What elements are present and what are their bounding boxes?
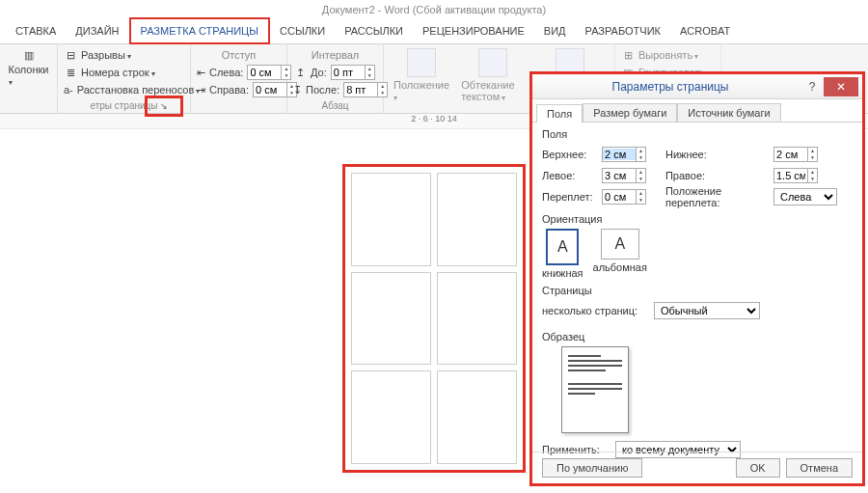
preview-thumbnail [561, 346, 629, 433]
dialog-help-button[interactable]: ? [800, 80, 824, 94]
page-setup-dialog-launcher[interactable]: ↘ [145, 96, 183, 117]
dialog-tabs: Поля Размер бумаги Источник бумаги [532, 99, 862, 123]
indent-header: Отступ [197, 46, 281, 64]
line-numbers-button[interactable]: ≣Номера строк [64, 64, 184, 81]
wrap-text-button[interactable]: Обтекание текстом [457, 46, 529, 104]
break-icon: ⊟ [64, 48, 77, 62]
orientation-section-label: Ориентация [542, 213, 853, 225]
ribbon-tabs: СТАВКА ДИЗАЙН РАЗМЕТКА СТРАНИЦЫ ССЫЛКИ Р… [0, 19, 868, 44]
pages-section-label: Страницы [542, 285, 853, 296]
tab-page-layout[interactable]: РАЗМЕТКА СТРАНИЦЫ [129, 17, 270, 44]
preview-page [351, 173, 431, 266]
dialog-title: Параметры страницы [540, 80, 800, 94]
tab-mailings[interactable]: РАССЫЛКИ [335, 19, 413, 43]
align-button[interactable]: ⊞Выровнять [621, 46, 715, 64]
paragraph-group-label: Абзац [293, 98, 377, 113]
window-title: Документ2 - Word (Сбой активации продукт… [0, 0, 868, 19]
wrap-icon [478, 48, 507, 77]
gutter-spinner[interactable]: ▲▼ [602, 189, 646, 205]
tab-developer[interactable]: РАЗРАБОТЧИК [576, 19, 670, 43]
line-numbers-icon: ≣ [64, 66, 77, 79]
spacing-after-icon: ↧ [293, 83, 302, 96]
position-icon [407, 48, 436, 77]
multiple-pages-label: несколько страниц: [542, 305, 648, 316]
tab-acrobat[interactable]: ACROBAT [670, 19, 740, 43]
dialog-tab-margins[interactable]: Поля [536, 104, 583, 123]
spacing-before-icon: ↥ [293, 66, 307, 79]
gutter-position-label: Положение переплета: [652, 185, 768, 208]
right-margin-spinner[interactable]: ▲▼ [773, 168, 818, 183]
dialog-close-button[interactable]: ✕ [824, 77, 858, 96]
position-button[interactable]: Положение [390, 46, 453, 104]
orientation-landscape[interactable]: A альбомная [593, 229, 647, 279]
tab-review[interactable]: РЕЦЕНЗИРОВАНИЕ [413, 19, 534, 43]
page-setup-dialog: Параметры страницы ? ✕ Поля Размер бумаг… [529, 71, 865, 486]
right-margin-label: Правое: [652, 170, 768, 181]
left-margin-spinner[interactable]: ▲▼ [602, 168, 646, 183]
preview-page [437, 370, 517, 464]
bottom-margin-spinner[interactable]: ▲▼ [773, 147, 818, 162]
launcher-icon: ↘ [160, 101, 168, 111]
preview-page [351, 370, 431, 464]
spacing-after-spinner[interactable]: ▲▼ [343, 82, 388, 97]
indent-left-icon: ⇤ [197, 66, 205, 79]
bottom-margin-label: Нижнее: [652, 149, 768, 160]
top-margin-label: Верхнее: [542, 149, 596, 160]
spacing-header: Интервал [293, 46, 377, 64]
preview-section-label: Образец [542, 331, 853, 342]
preview-page [437, 173, 517, 266]
preview-page [351, 272, 431, 366]
tab-view[interactable]: ВИД [534, 19, 576, 43]
cancel-button[interactable]: Отмена [786, 458, 853, 478]
tab-insert[interactable]: СТАВКА [6, 19, 66, 43]
tab-design[interactable]: ДИЗАЙН [66, 19, 128, 43]
hyphenation-icon: a- [64, 83, 73, 96]
orientation-portrait[interactable]: A книжная [542, 229, 583, 279]
indent-left-spinner[interactable]: ▲▼ [247, 65, 291, 80]
columns-icon: ▥ [22, 48, 36, 62]
columns-label: Колонки [9, 64, 49, 87]
preview-page [437, 272, 517, 366]
indent-right-icon: ⇥ [197, 83, 205, 96]
ok-button[interactable]: OK [736, 458, 780, 478]
columns-button[interactable]: ▥ Колонки [6, 46, 51, 89]
top-margin-spinner[interactable]: ▲▼ [602, 147, 646, 162]
portrait-icon: A [546, 229, 579, 265]
multiple-pages-select[interactable]: Обычный [654, 302, 760, 319]
breaks-button[interactable]: ⊟Разрывы [64, 46, 184, 64]
gutter-position-select[interactable]: Слева [773, 188, 837, 205]
landscape-icon: A [601, 229, 639, 260]
gutter-label: Переплет: [542, 191, 596, 203]
margins-section-label: Поля [542, 128, 853, 140]
left-margin-label: Левое: [542, 170, 596, 181]
dialog-tab-paper[interactable]: Размер бумаги [583, 103, 677, 122]
preview-pages-highlight [342, 164, 526, 473]
default-button[interactable]: По умолчанию [542, 458, 642, 478]
spacing-before-spinner[interactable]: ▲▼ [331, 65, 375, 80]
tab-references[interactable]: ССЫЛКИ [270, 19, 335, 43]
dialog-tab-source[interactable]: Источник бумаги [677, 103, 780, 122]
align-icon: ⊞ [621, 48, 635, 62]
